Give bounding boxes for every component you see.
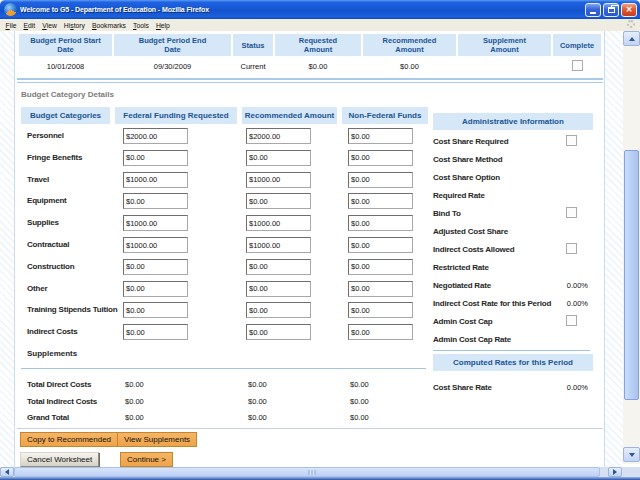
recommended-amount-input[interactable] xyxy=(246,172,311,188)
scroll-left-button[interactable] xyxy=(0,467,14,477)
category-label: Construction xyxy=(27,262,74,271)
category-column-header: Recommended Amount xyxy=(242,107,337,124)
period-cell: Current xyxy=(233,58,273,75)
category-label: Fringe Benefits xyxy=(27,153,82,162)
horizontal-scrollbar[interactable] xyxy=(0,467,640,477)
category-label: Travel xyxy=(27,175,49,184)
non-federal-funds-input[interactable] xyxy=(348,193,413,209)
recommended-amount-input[interactable] xyxy=(246,259,311,275)
federal-funding-input[interactable] xyxy=(123,193,188,209)
recommended-amount-input[interactable] xyxy=(246,128,311,144)
category-label: Equipment xyxy=(27,196,67,205)
view-supplements-button[interactable]: View Supplements xyxy=(117,432,197,447)
computed-rate-label: Cost Share Rate xyxy=(433,383,492,392)
federal-funding-input[interactable] xyxy=(123,237,188,253)
federal-funding-input[interactable] xyxy=(123,281,188,297)
recommended-amount-input[interactable] xyxy=(246,324,311,340)
complete-checkbox[interactable] xyxy=(572,60,583,71)
admin-checkbox[interactable] xyxy=(566,207,577,218)
federal-funding-input[interactable] xyxy=(123,172,188,188)
total-value: $0.00 xyxy=(248,397,267,406)
category-label: Indirect Costs xyxy=(27,327,78,336)
menu-bookmarks[interactable]: Bookmarks xyxy=(89,22,130,29)
federal-funding-input[interactable] xyxy=(123,128,188,144)
window-title: Welcome to G5 - Department of Education … xyxy=(20,6,585,14)
period-cell: 10/01/2008 xyxy=(19,58,112,75)
admin-info-value: 0.00% xyxy=(567,281,588,290)
recommended-amount-input[interactable] xyxy=(246,302,311,318)
federal-funding-input[interactable] xyxy=(123,215,188,231)
scroll-up-button[interactable] xyxy=(623,31,640,46)
non-federal-funds-input[interactable] xyxy=(348,259,413,275)
menu-view[interactable]: View xyxy=(39,22,61,29)
minimize-button[interactable] xyxy=(585,3,601,17)
copy-to-recommended-button[interactable]: Copy to Recommended xyxy=(20,432,118,447)
total-value: $0.00 xyxy=(125,413,144,422)
vertical-scrollbar[interactable] xyxy=(623,31,640,464)
period-column-header: Complete xyxy=(553,34,601,56)
admin-info-label: Adjusted Cost Share xyxy=(433,227,508,236)
vertical-scrollbar-thumb[interactable] xyxy=(624,150,639,400)
scroll-right-button[interactable] xyxy=(608,467,622,477)
period-column-header: Status xyxy=(233,34,273,56)
cancel-worksheet-button[interactable]: Cancel Worksheet xyxy=(20,452,99,467)
admin-checkbox[interactable] xyxy=(566,243,577,254)
menu-help[interactable]: Help xyxy=(152,22,173,29)
admin-info-label: Indirect Costs Allowed xyxy=(433,245,515,254)
non-federal-funds-input[interactable] xyxy=(348,237,413,253)
admin-info-label: Admin Cost Cap Rate xyxy=(433,335,511,344)
page-background: Budget Period Start DateBudget Period En… xyxy=(0,31,623,467)
non-federal-funds-input[interactable] xyxy=(348,324,413,340)
close-button[interactable]: ✕ xyxy=(621,3,637,17)
activity-spinner-icon xyxy=(627,20,635,28)
total-label: Total Indirect Costs xyxy=(27,397,97,406)
federal-funding-input[interactable] xyxy=(123,324,188,340)
menu-file[interactable]: File xyxy=(2,22,20,29)
period-cell: $0.00 xyxy=(363,58,456,75)
non-federal-funds-input[interactable] xyxy=(348,150,413,166)
continue-button[interactable]: Continue > xyxy=(120,452,173,467)
non-federal-funds-input[interactable] xyxy=(348,215,413,231)
category-column-header: Non-Federal Funds xyxy=(342,107,428,124)
period-column-header: Budget Period Start Date xyxy=(19,34,112,56)
admin-checkbox[interactable] xyxy=(566,135,577,146)
federal-funding-input[interactable] xyxy=(123,259,188,275)
period-cell: $0.00 xyxy=(275,58,361,75)
menu-history[interactable]: History xyxy=(60,22,88,29)
federal-funding-input[interactable] xyxy=(123,302,188,318)
category-column-header: Budget Categories xyxy=(21,107,110,124)
menu-bar: FileEditViewHistoryBookmarksToolsHelp xyxy=(0,19,640,31)
category-label: Other xyxy=(27,284,47,293)
admin-info-row: Negotiated Rate0.00% xyxy=(433,278,593,296)
recommended-amount-input[interactable] xyxy=(246,150,311,166)
category-column-header: Federal Funding Requested xyxy=(115,107,237,124)
admin-info-row: Required Rate xyxy=(433,188,593,206)
computed-rate-row: Cost Share Rate0.00% xyxy=(433,380,593,398)
non-federal-funds-input[interactable] xyxy=(348,302,413,318)
non-federal-funds-input[interactable] xyxy=(348,281,413,297)
federal-funding-input[interactable] xyxy=(123,150,188,166)
recommended-amount-input[interactable] xyxy=(246,281,311,297)
divider-line xyxy=(17,82,603,83)
recommended-amount-input[interactable] xyxy=(246,237,311,253)
non-federal-funds-input[interactable] xyxy=(348,128,413,144)
total-value: $0.00 xyxy=(125,397,144,406)
recommended-amount-input[interactable] xyxy=(246,193,311,209)
period-column-header: Budget Period End Date xyxy=(114,34,231,56)
scroll-down-button[interactable] xyxy=(623,447,640,462)
supplements-label: Supplements xyxy=(27,349,77,358)
admin-info-row: Cost Share Method xyxy=(433,152,593,170)
total-label: Total Direct Costs xyxy=(27,380,91,389)
horizontal-scrollbar-thumb[interactable] xyxy=(14,467,600,477)
restore-button[interactable] xyxy=(603,3,619,17)
divider-line xyxy=(17,78,603,80)
admin-info-label: Required Rate xyxy=(433,191,485,200)
recommended-amount-input[interactable] xyxy=(246,215,311,231)
category-label: Contractual xyxy=(27,240,69,249)
admin-info-label: Indirect Cost Rate for this Period xyxy=(433,299,551,308)
non-federal-funds-input[interactable] xyxy=(348,172,413,188)
total-value: $0.00 xyxy=(248,413,267,422)
menu-edit[interactable]: Edit xyxy=(20,22,39,29)
admin-checkbox[interactable] xyxy=(566,315,577,326)
menu-tools[interactable]: Tools xyxy=(130,22,153,29)
